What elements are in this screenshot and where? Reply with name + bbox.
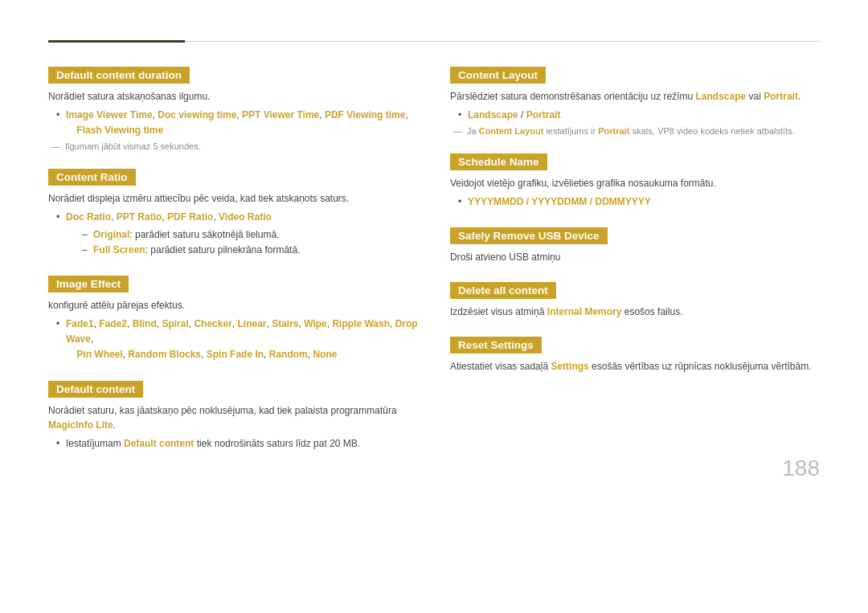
list-item: Image Viewer Time, Doc viewing time, PPT… <box>56 108 418 138</box>
gold-text: Stairs <box>272 318 298 329</box>
bullet-list-default-content: Iestatījumam Default content tiek nodroš… <box>48 436 418 452</box>
top-decorative-lines <box>48 40 820 43</box>
gold-text: None <box>313 349 337 360</box>
section-reset-settings: Reset Settings Atiestatiet visas sadaļā … <box>450 337 820 374</box>
gold-text: PDF Ratio <box>167 211 213 223</box>
gold-text: Original <box>93 229 129 240</box>
top-line-light <box>185 41 820 42</box>
top-line-dark <box>48 40 185 43</box>
desc-end: . <box>798 91 800 102</box>
gold-text: YYYYMMDD / YYYYDDMM / DDMMYYYY <box>468 196 651 207</box>
bullet-list-schedule-name: YYYYMMDD / YYYYDDMM / DDMMYYYY <box>450 194 820 210</box>
gold-text: Internal Memory <box>547 306 622 317</box>
gold-text: Doc Ratio <box>66 211 111 223</box>
list-item: Landscape / Portrait <box>458 108 820 123</box>
right-column: Content Layout Pārslēdziet satura demons… <box>450 67 820 469</box>
section-content-ratio: Content Ratio Norādiet displeja izmēru a… <box>48 169 418 258</box>
gold-text: Portrait <box>764 91 798 102</box>
section-title-image-effect: Image Effect <box>48 276 129 292</box>
desc-content-layout: Pārslēdziet satura demonstrēšanas orient… <box>450 89 820 104</box>
list-item: Iestatījumam Default content tiek nodroš… <box>56 436 418 452</box>
bullet-list-image-effect: Fade1, Fade2, Blind, Spiral, Checker, Li… <box>48 317 418 363</box>
section-default-content-duration: Default content duration Norādiet satura… <box>48 67 418 151</box>
gold-text: Flash Viewing time <box>76 125 163 136</box>
section-title-content-layout: Content Layout <box>450 67 546 84</box>
gold-text: Landscape <box>468 109 518 121</box>
desc-reset-settings: Atiestatiet visas sadaļā Settings esošās… <box>450 359 820 374</box>
gold-text: Doc viewing time <box>158 109 236 121</box>
desc-pre: Izdzēsiet visus atmiņā <box>450 306 547 317</box>
gold-text: Wipe <box>304 318 327 329</box>
gold-text: Image Viewer Time <box>66 109 153 121</box>
desc-text: Norādiet saturu, kas jāatskaņo pēc noklu… <box>48 405 397 416</box>
desc-schedule-name: Veidojot vietējo grafiku, izvēlieties gr… <box>450 176 820 190</box>
section-title-content-ratio: Content Ratio <box>48 169 136 186</box>
list-item: Fade1, Fade2, Blind, Spiral, Checker, Li… <box>56 317 418 363</box>
desc-pre: Atiestatiet visas sadaļā <box>450 361 551 372</box>
gold-text: Fade1 <box>66 318 94 329</box>
gold-text: Random Blocks <box>128 349 201 360</box>
gold-text: Fade2 <box>99 318 127 329</box>
section-image-effect: Image Effect konfigurē attēlu pārejas ef… <box>48 276 418 363</box>
desc-delete-all-content: Izdzēsiet visus atmiņā Internal Memory e… <box>450 304 820 319</box>
main-columns: Default content duration Norādiet satura… <box>48 67 820 469</box>
gold-text: Content Layout <box>479 126 544 136</box>
sub-list-content-ratio: Original: parādiet saturu sākotnējā liel… <box>66 227 418 258</box>
gold-text: Landscape <box>695 91 746 102</box>
gold-text: Default content <box>124 438 194 449</box>
page-number: 188 <box>782 456 820 481</box>
gold-text: Linear <box>237 318 266 329</box>
gold-text: PPT Ratio <box>117 211 162 223</box>
gold-text: Spiral <box>162 318 188 329</box>
bullet-list-content-ratio: Doc Ratio, PPT Ratio, PDF Ratio, Video R… <box>48 210 418 258</box>
gold-text: Spin Fade In <box>207 349 264 360</box>
gold-text: PPT Viewer Time <box>242 109 319 121</box>
gold-text: Pin Wheel <box>76 349 122 360</box>
bullet-list-content-layout: Landscape / Portrait <box>450 108 820 123</box>
left-column: Default content duration Norādiet satura… <box>48 67 418 469</box>
section-delete-all-content: Delete all content Izdzēsiet visus atmiņ… <box>450 282 820 319</box>
section-safely-remove-usb: Safely Remove USB Device Droši atvieno U… <box>450 227 820 264</box>
sub-list-item: Full Screen: parādiet saturu pilnekrāna … <box>82 243 418 258</box>
note-text: Ja Content Layout iestatījums ir Portrai… <box>467 126 795 136</box>
page-container: Default content duration Norādiet satura… <box>0 0 868 501</box>
gold-text: Portrait <box>526 109 561 121</box>
section-title-default-content-duration: Default content duration <box>48 67 190 84</box>
gold-text: PDF Viewing time <box>325 109 405 121</box>
note-text: Ilgumam jābūt vismaz 5 sekundes. <box>65 141 201 151</box>
section-title-safely-remove-usb: Safely Remove USB Device <box>450 227 608 244</box>
gold-text: Checker <box>194 318 231 329</box>
gold-text: Random <box>269 349 308 360</box>
section-default-content: Default content Norādiet saturu, kas jāa… <box>48 381 418 452</box>
section-schedule-name: Schedule Name Veidojot vietējo grafiku, … <box>450 153 820 210</box>
gold-text: Blind <box>133 318 157 329</box>
desc-end: esošos failus. <box>621 306 682 317</box>
gold-text: Full Screen <box>93 244 145 255</box>
section-content-layout: Content Layout Pārslēdziet satura demons… <box>450 67 820 136</box>
list-item: YYYYMMDD / YYYYDDMM / DDMMYYYY <box>458 194 820 210</box>
desc-default-content-duration: Norādiet satura atskaņošanas ilgumu. <box>48 89 418 104</box>
gold-text: Portrait <box>598 126 629 136</box>
desc-mid: vai <box>749 91 764 102</box>
gold-text: Video Ratio <box>219 211 272 223</box>
desc-image-effect: konfigurē attēlu pārejas efektus. <box>48 298 418 313</box>
section-title-default-content: Default content <box>48 381 143 398</box>
sub-list-item: Original: parādiet saturu sākotnējā liel… <box>82 227 418 243</box>
gold-text: Ripple Wash <box>332 318 390 329</box>
list-item: Doc Ratio, PPT Ratio, PDF Ratio, Video R… <box>56 210 418 258</box>
section-title-reset-settings: Reset Settings <box>450 337 542 353</box>
section-note: Ilgumam jābūt vismaz 5 sekundes. <box>48 141 418 151</box>
desc-default-content: Norādiet saturu, kas jāatskaņo pēc noklu… <box>48 403 418 432</box>
desc-end: . <box>113 419 116 431</box>
content-layout-note: Ja Content Layout iestatījums ir Portrai… <box>450 126 820 136</box>
desc-end: esošās vērtības uz rūpnīcas noklusējuma … <box>589 361 812 372</box>
gold-text: MagicInfo Lite <box>48 419 113 431</box>
gold-text: Settings <box>551 361 588 372</box>
section-title-delete-all-content: Delete all content <box>450 282 556 299</box>
desc-content-ratio: Norādiet displeja izmēru attiecību pēc v… <box>48 191 418 206</box>
bullet-list-default-content-duration: Image Viewer Time, Doc viewing time, PPT… <box>48 108 418 138</box>
desc-safely-remove-usb: Droši atvieno USB atmiņu <box>450 250 820 264</box>
section-title-schedule-name: Schedule Name <box>450 153 547 170</box>
